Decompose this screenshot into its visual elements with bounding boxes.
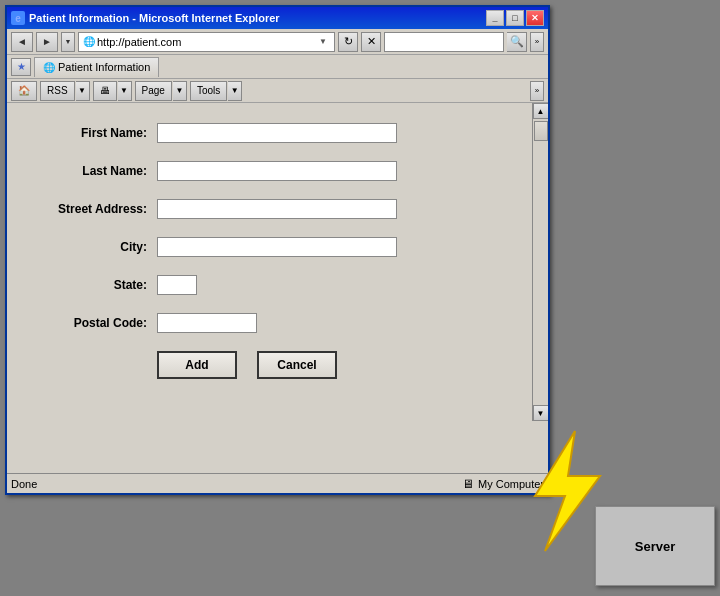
toolbar-buttons-row: 🏠 RSS ▼ 🖶 ▼ Page ▼ Tools ▼ » [7,79,548,103]
minimize-button[interactable]: _ [486,10,504,26]
form-buttons: Add Cancel [37,351,502,379]
add-button[interactable]: Add [157,351,237,379]
search-input[interactable] [389,36,499,48]
postal-code-label: Postal Code: [37,316,157,330]
first-name-row: First Name: [37,123,502,143]
favorites-button[interactable]: ★ [11,58,31,76]
active-tab[interactable]: 🌐 Patient Information [34,57,159,77]
street-address-input[interactable] [157,199,397,219]
page-icon: 🌐 [83,36,95,47]
state-label: State: [37,278,157,292]
page-group: Page ▼ [135,81,187,101]
home-button[interactable]: 🏠 [11,81,37,101]
expand-button[interactable]: » [530,32,544,52]
first-name-label: First Name: [37,126,157,140]
rss-group: RSS ▼ [40,81,90,101]
print-dropdown[interactable]: ▼ [118,81,132,101]
cancel-button[interactable]: Cancel [257,351,337,379]
status-text: Done [11,478,452,490]
svg-marker-0 [535,431,600,551]
scrollbar[interactable]: ▲ ▼ [532,103,548,421]
tools-button[interactable]: Tools [190,81,227,101]
scroll-up[interactable]: ▲ [533,103,549,119]
tools-group: Tools ▼ [190,81,242,101]
back-button[interactable]: ◄ [11,32,33,52]
address-bar-row: ◄ ► ▼ 🌐 http://patient.com ▼ ↻ ✕ 🔍 » [7,29,548,55]
last-name-row: Last Name: [37,161,502,181]
rss-button[interactable]: RSS [40,81,75,101]
stop-button[interactable]: ✕ [361,32,381,52]
tab-label: Patient Information [58,61,150,73]
first-name-input[interactable] [157,123,397,143]
title-bar-left: e Patient Information - Microsoft Intern… [11,11,280,25]
last-name-input[interactable] [157,161,397,181]
search-button[interactable]: 🔍 [507,32,527,52]
status-bar: Done 🖥 My Computer [7,473,548,493]
tab-icon: 🌐 [43,62,55,73]
scroll-thumb[interactable] [534,121,548,141]
patient-form: First Name: Last Name: Street Address: C… [7,103,532,399]
url-text: http://patient.com [97,36,314,48]
close-button[interactable]: ✕ [526,10,544,26]
state-input[interactable] [157,275,197,295]
ie-icon: e [11,11,25,25]
maximize-button[interactable]: □ [506,10,524,26]
city-label: City: [37,240,157,254]
page-dropdown[interactable]: ▼ [173,81,187,101]
tabs-row: ★ 🌐 Patient Information [7,55,548,79]
refresh-button[interactable]: ↻ [338,32,358,52]
nav-dropdown[interactable]: ▼ [61,32,75,52]
home-group: 🏠 [11,81,37,101]
postal-code-input[interactable] [157,313,257,333]
search-box[interactable] [384,32,504,52]
state-row: State: [37,275,502,295]
forward-button[interactable]: ► [36,32,58,52]
content-area: ▲ ▼ First Name: Last Name: Street Addres… [7,103,548,421]
print-button[interactable]: 🖶 [93,81,117,101]
window-controls: _ □ ✕ [486,10,544,26]
browser-window: e Patient Information - Microsoft Intern… [5,5,550,495]
scroll-down[interactable]: ▼ [533,405,549,421]
rss-dropdown[interactable]: ▼ [76,81,90,101]
page-button[interactable]: Page [135,81,172,101]
postal-code-row: Postal Code: [37,313,502,333]
server-label: Server [635,539,675,554]
street-address-row: Street Address: [37,199,502,219]
city-input[interactable] [157,237,397,257]
tools-dropdown[interactable]: ▼ [228,81,242,101]
last-name-label: Last Name: [37,164,157,178]
street-address-label: Street Address: [37,202,157,216]
address-bar[interactable]: 🌐 http://patient.com ▼ [78,32,335,52]
print-group: 🖶 ▼ [93,81,132,101]
toolbar-expand-button[interactable]: » [530,81,544,101]
computer-icon: 🖥 [462,477,474,491]
address-dropdown-arrow[interactable]: ▼ [316,37,330,46]
city-row: City: [37,237,502,257]
lightning-bolt [500,426,620,546]
window-title: Patient Information - Microsoft Internet… [29,12,280,24]
title-bar: e Patient Information - Microsoft Intern… [7,7,548,29]
